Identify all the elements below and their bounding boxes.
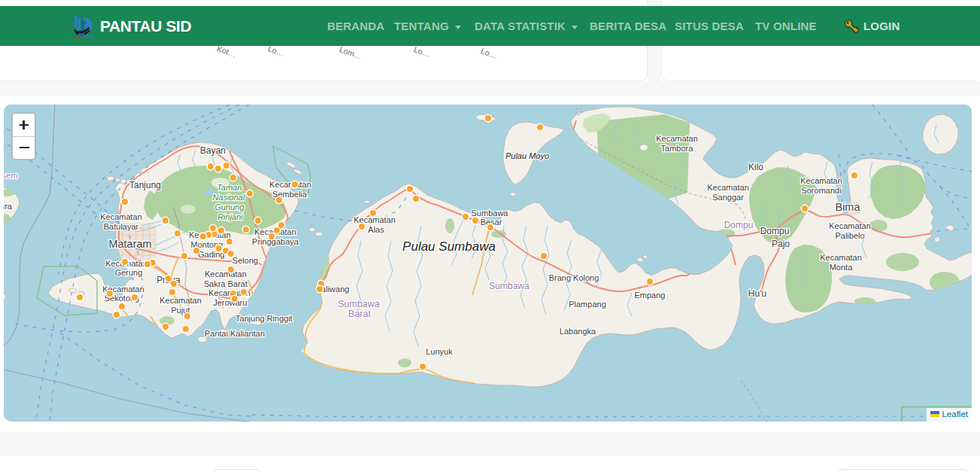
svg-text:Soromandi: Soromandi (801, 186, 841, 195)
svg-text:Sumbawa: Sumbawa (472, 209, 509, 218)
svg-text:Barat: Barat (348, 309, 371, 319)
svg-text:Hu'u: Hu'u (748, 288, 766, 299)
svg-text:SMART: SMART (83, 35, 95, 39)
svg-text:Sumbawa: Sumbawa (338, 299, 380, 309)
svg-text:Kecamatan: Kecamatan (159, 296, 202, 305)
svg-text:Kecamatan: Kecamatan (656, 134, 698, 143)
svg-text:Gerung: Gerung (115, 268, 143, 277)
svg-text:Jerowaru: Jerowaru (213, 298, 247, 307)
svg-text:Pajo: Pajo (772, 239, 790, 249)
svg-text:sem: sem (2, 171, 18, 180)
svg-text:Dompu: Dompu (724, 220, 754, 230)
svg-text:Pringgabaya: Pringgabaya (252, 237, 299, 246)
svg-text:Plampang: Plampang (569, 300, 606, 309)
svg-text:Sumbawa: Sumbawa (489, 281, 529, 291)
svg-text:Tanjung: Tanjung (129, 180, 161, 190)
svg-text:Rinjani: Rinjani (217, 212, 243, 221)
svg-text:Palibelo: Palibelo (835, 231, 864, 240)
svg-text:Monta: Monta (830, 263, 853, 272)
svg-text:Tambora: Tambora (661, 144, 694, 153)
svg-text:Kecamatan: Kecamatan (707, 183, 749, 192)
svg-text:Sakra Barat: Sakra Barat (204, 279, 247, 288)
svg-text:Pulau Sumbawa: Pulau Sumbawa (402, 239, 496, 254)
svg-text:ura: ura (0, 202, 13, 211)
svg-text:Sanggar: Sanggar (712, 193, 744, 202)
svg-text:Kecamatan: Kecamatan (100, 212, 142, 221)
svg-text:Kecamatan: Kecamatan (269, 180, 311, 189)
svg-text:Tanjung Ringgit: Tanjung Ringgit (235, 314, 293, 323)
svg-text:Empang: Empang (635, 291, 666, 300)
svg-text:Kecamatan: Kecamatan (820, 253, 862, 262)
svg-text:Dompu: Dompu (760, 226, 790, 236)
svg-text:Batulayar: Batulayar (104, 222, 139, 231)
svg-text:Kilo: Kilo (748, 162, 763, 172)
svg-text:Pulau Moyo: Pulau Moyo (505, 151, 549, 160)
svg-text:Selong: Selong (232, 256, 258, 265)
svg-text:Labangka: Labangka (560, 327, 596, 336)
svg-text:Mataram: Mataram (108, 238, 151, 250)
svg-text:Alas: Alas (368, 225, 384, 234)
svg-text:Gunung: Gunung (214, 203, 244, 212)
svg-text:Lunyuk: Lunyuk (426, 347, 453, 356)
svg-text:Kecamatan: Kecamatan (205, 269, 247, 279)
svg-text:Kecamatan: Kecamatan (829, 221, 871, 230)
svg-text:Taman: Taman (217, 183, 241, 192)
svg-text:Kecamatan: Kecamatan (800, 176, 842, 185)
svg-text:Bayan: Bayan (200, 145, 226, 156)
svg-text:Bima: Bima (835, 201, 860, 213)
svg-text:Pantai Kaliantan: Pantai Kaliantan (205, 329, 265, 338)
svg-text:Nasional: Nasional (213, 193, 245, 202)
svg-text:Brang Kolong: Brang Kolong (549, 273, 599, 282)
